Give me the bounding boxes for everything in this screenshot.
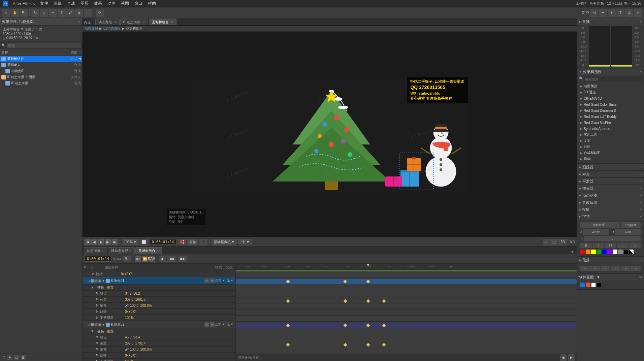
effects-header[interactable]: ▼ 效果和预设 ✕ — [577, 68, 644, 75]
para-align-left[interactable]: ≡ — [580, 266, 590, 271]
tab-poster-close[interactable]: ✕ — [114, 21, 117, 24]
project-search-input[interactable] — [7, 43, 81, 48]
zoom-level[interactable]: 100% ▼ — [122, 239, 138, 245]
quality-btn[interactable]: 完整 — [187, 239, 198, 245]
tl-timecode[interactable]: 0:00:01:14 — [85, 256, 111, 262]
software-header[interactable]: 软件界面 ▼ ✕ — [577, 274, 644, 281]
tl-play-prev[interactable]: ⏪ — [142, 256, 148, 262]
l4-opacity-stopwatch[interactable]: ⏱ — [95, 316, 99, 320]
l5-rot-value[interactable]: 0x+0.0° — [125, 354, 136, 357]
l5-opacity-sw[interactable]: ⏱ — [95, 360, 99, 361]
swatch-orange[interactable] — [586, 250, 590, 254]
fx-comp-map[interactable]: ▶ 合成和贴图 — [579, 150, 642, 156]
l5-fx[interactable]: fx — [210, 322, 215, 327]
fx-animation-presets[interactable]: ▶ 动画预设 — [579, 83, 642, 89]
position-stopwatch[interactable]: ⏱ — [95, 298, 99, 302]
motion-header[interactable]: ▶ 动态草图 ✕ — [577, 192, 644, 199]
align-top[interactable]: ⊤ — [616, 9, 624, 17]
para-justify[interactable]: ≡ — [611, 266, 620, 271]
menu-edit[interactable]: 编辑 — [52, 0, 64, 7]
fx-rg-denoiser[interactable]: ▶ Red Giant Denoiser II — [579, 107, 642, 113]
tool-3d-camera[interactable]: ⟳ — [96, 9, 104, 17]
tab-christmas-tree[interactable]: 圣诞树组合 ✕ — [149, 19, 176, 25]
bc-2[interactable]: 01动态海报 — [103, 26, 121, 31]
l5-scale-sw[interactable]: ⏱ — [95, 348, 99, 352]
tracking-input[interactable]: 0 — [584, 236, 641, 241]
scale-stopwatch[interactable]: ⏱ — [95, 304, 99, 308]
font-family-btn[interactable]: 微软软系... — [580, 222, 620, 228]
toggle-switches-label[interactable]: 切换开关/模式 — [238, 355, 259, 360]
mask-btn[interactable]: ◫ — [550, 239, 557, 245]
prev-frame[interactable]: ◀ — [91, 239, 97, 245]
l5-position-sw[interactable]: ⏱ — [95, 341, 99, 346]
sw-swatch-white[interactable] — [591, 283, 596, 287]
trackers-header[interactable]: ▶ 跟踪器 ✕ — [577, 164, 644, 170]
bc-1[interactable]: 动态海报 — [85, 26, 98, 31]
l4-pos-kf3[interactable] — [382, 299, 386, 303]
track-l5-position[interactable] — [236, 341, 577, 347]
swatch-transparent[interactable] — [629, 250, 634, 254]
delete-btn[interactable]: 🗑 — [21, 355, 26, 360]
new-folder-btn[interactable]: □ — [14, 355, 19, 360]
l5-opacity-value[interactable]: 100% — [125, 360, 134, 361]
layer-5-giftbox02[interactable]: 5 👁 🔊 🔒 ▼ C 礼物盒02 ✏ — [83, 321, 235, 328]
wiggler-header[interactable]: ▶ 摆表器 ✕ — [577, 185, 644, 192]
para-justify-all[interactable]: ≡ — [621, 266, 631, 271]
viewport-timecode[interactable]: 0:00:01:14 — [149, 239, 176, 245]
paint-header[interactable]: ▶ 更改值组 ✕ — [577, 199, 644, 206]
skip-to-end[interactable]: ⏭ — [111, 239, 118, 245]
para-close[interactable]: ✕ — [639, 258, 642, 262]
tl-scroll-left[interactable]: ◀ — [560, 354, 567, 361]
track-l4[interactable] — [236, 278, 577, 285]
align-right[interactable]: ⊦ — [608, 9, 616, 17]
swatch-gray[interactable] — [618, 250, 623, 254]
tool-rect[interactable]: □ — [40, 9, 48, 17]
fx-cinema4d[interactable]: ▶ CINEMA 4D — [579, 95, 642, 101]
menu-help[interactable]: 帮助 — [146, 0, 158, 7]
scale-value[interactable]: 100.0, 100.0% — [130, 304, 152, 307]
sub-btn[interactable]: t↓ — [617, 243, 629, 248]
tl-tab-christmas-close[interactable]: ✕ — [156, 249, 159, 253]
l4-eye[interactable]: 👁 — [91, 279, 94, 283]
font-style-btn[interactable]: Regular — [621, 222, 641, 228]
menu-aftereffects[interactable]: After Effects — [11, 1, 37, 7]
tool-rotate[interactable]: ↻ — [31, 9, 39, 17]
tool-eraser[interactable]: ◻ — [84, 9, 92, 17]
l5-lock[interactable]: 🔒 — [98, 323, 101, 326]
tl-tab-poster[interactable]: 动态海报 ✕ — [84, 247, 107, 254]
l5-pos-kf2[interactable] — [343, 343, 347, 347]
align-header[interactable]: ▶ 对齐 ✕ — [577, 171, 644, 177]
bold-btn[interactable]: B — [580, 243, 592, 248]
tab-01poster[interactable]: 01动态海报 ✕ — [120, 19, 148, 25]
tl-tab-01poster-close[interactable]: ✕ — [129, 249, 132, 253]
position-value[interactable]: 309.6, 1681.8 — [125, 298, 146, 301]
sw-swatch-red[interactable] — [586, 283, 590, 287]
swatch-white[interactable] — [613, 250, 617, 254]
l4-rot-stopwatch[interactable]: ⏱ — [95, 310, 99, 314]
swatch-blue[interactable] — [602, 250, 607, 254]
fx-rg-color[interactable]: ▶ Red Giant Color Suite — [579, 101, 642, 107]
new-comp-btn[interactable]: + — [7, 355, 12, 360]
software-close[interactable]: ✕ — [639, 275, 642, 280]
resolution-btn[interactable]: ⬜ — [140, 239, 148, 245]
l4-rot-value[interactable]: 0x+0.0° — [125, 310, 136, 314]
tl-keyframe-next[interactable]: ◆▶ — [178, 256, 187, 262]
fx-synthetic[interactable]: ▶ Synthetic Aperture — [579, 126, 642, 132]
effects-search-input[interactable] — [584, 76, 642, 82]
paint-close[interactable]: ✕ — [639, 201, 642, 204]
tool-select[interactable]: ↖ — [2, 9, 10, 17]
l4-pos-kf2[interactable] — [343, 299, 347, 303]
fx-3d-channel[interactable]: ▶ 3D 通道 — [579, 89, 642, 95]
next-frame[interactable]: ▶ — [105, 239, 111, 245]
menu-view[interactable]: 视图 — [119, 0, 131, 7]
l4-lock[interactable]: 🔒 — [98, 279, 101, 283]
menu-layer[interactable]: 图层 — [78, 0, 91, 7]
swatch-red[interactable] — [580, 250, 585, 254]
paint2-close[interactable]: ✕ — [639, 208, 642, 211]
tl-keyframe-prev[interactable]: ◀◆ — [167, 256, 176, 262]
project-item-poster-folder[interactable]: ▶ 01动态海报 个图层 文件夹 — [0, 74, 82, 80]
sw-swatch-black[interactable] — [597, 283, 601, 287]
tl-scroll-right[interactable]: ▶ — [568, 354, 575, 361]
l5-scale-value[interactable]: 100.0, 100.0% — [130, 348, 152, 351]
menu-comp[interactable]: 合成 — [65, 0, 77, 7]
